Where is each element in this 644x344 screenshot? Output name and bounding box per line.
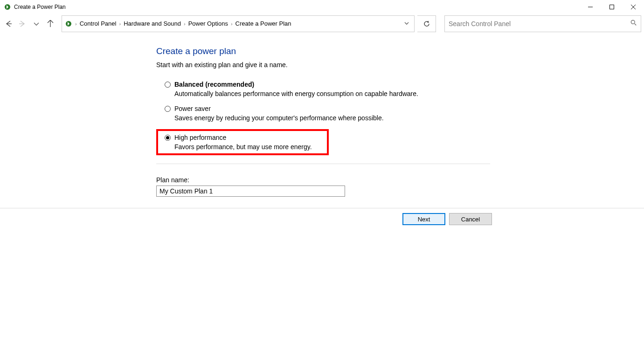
power-plan-icon — [4, 3, 11, 11]
breadcrumb-power-options[interactable]: Power Options — [187, 20, 230, 27]
toolbar: › Control Panel › Hardware and Sound › P… — [0, 14, 644, 33]
option-balanced[interactable]: Balanced (recommended) Automatically bal… — [156, 78, 644, 102]
recent-dropdown[interactable] — [31, 18, 42, 29]
search-icon[interactable] — [630, 20, 637, 28]
next-button[interactable]: Next — [402, 213, 445, 225]
back-button[interactable] — [3, 18, 14, 29]
breadcrumb-hardware-sound[interactable]: Hardware and Sound — [122, 20, 183, 27]
cancel-button[interactable]: Cancel — [449, 213, 492, 225]
minimize-button[interactable] — [580, 0, 601, 14]
svg-line-10 — [635, 24, 637, 26]
chevron-right-icon[interactable]: › — [74, 21, 78, 27]
search-bar[interactable] — [444, 15, 641, 32]
window-title: Create a Power Plan — [14, 4, 66, 10]
chevron-right-icon[interactable]: › — [118, 21, 122, 27]
main-content: Create a power plan Start with an existi… — [0, 33, 644, 197]
page-title: Create a power plan — [156, 46, 644, 56]
address-bar[interactable]: › Control Panel › Hardware and Sound › P… — [62, 15, 415, 32]
page-subtitle: Start with an existing plan and give it … — [156, 61, 644, 69]
highlight-box: High performance Favors performance, but… — [156, 129, 329, 155]
close-button[interactable] — [623, 0, 644, 14]
address-dropdown[interactable] — [402, 20, 411, 27]
breadcrumb-create-power-plan[interactable]: Create a Power Plan — [234, 20, 293, 27]
plan-name-label: Plan name: — [156, 176, 644, 184]
titlebar: Create a Power Plan — [0, 0, 644, 14]
up-button[interactable] — [45, 18, 56, 29]
option-high-performance-label: High performance — [174, 134, 226, 141]
option-balanced-label: Balanced (recommended) — [174, 81, 254, 88]
maximize-button[interactable] — [601, 0, 623, 14]
option-power-saver-label: Power saver — [174, 105, 211, 112]
plan-name-input[interactable] — [156, 186, 345, 197]
radio-power-saver[interactable] — [165, 106, 171, 112]
refresh-button[interactable] — [417, 15, 436, 32]
svg-point-9 — [631, 20, 635, 24]
svg-rect-2 — [610, 5, 614, 9]
option-high-performance[interactable]: High performance Favors performance, but… — [165, 134, 323, 151]
search-input[interactable] — [449, 20, 630, 28]
option-balanced-desc: Automatically balances performance with … — [174, 90, 644, 97]
option-power-saver-desc: Saves energy by reducing your computer's… — [174, 114, 644, 122]
option-power-saver[interactable]: Power saver Saves energy by reducing you… — [156, 102, 644, 126]
divider — [156, 164, 490, 164]
power-plan-icon — [65, 20, 72, 28]
footer: Next Cancel — [0, 208, 644, 225]
forward-button[interactable] — [17, 18, 28, 29]
chevron-right-icon[interactable]: › — [230, 21, 234, 27]
breadcrumb-control-panel[interactable]: Control Panel — [78, 20, 118, 27]
radio-balanced[interactable] — [165, 82, 171, 88]
radio-high-performance[interactable] — [165, 135, 171, 141]
chevron-right-icon[interactable]: › — [183, 21, 187, 27]
option-high-performance-desc: Favors performance, but may use more ene… — [174, 143, 323, 151]
